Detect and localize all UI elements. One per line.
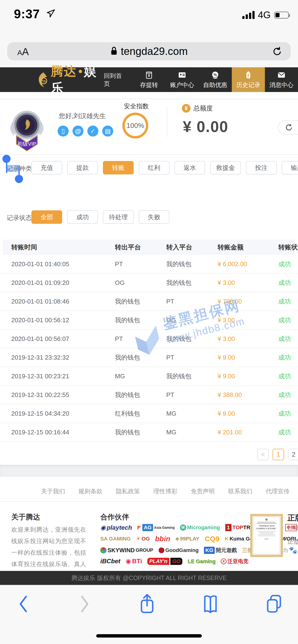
mail-icon bbox=[277, 70, 286, 80]
svg-text:%: % bbox=[214, 73, 217, 77]
back-button[interactable] bbox=[15, 592, 32, 616]
nav-item-messages[interactable]: 消息中心 bbox=[265, 67, 298, 92]
share-button[interactable] bbox=[138, 592, 157, 616]
bookmarks-button[interactable] bbox=[201, 592, 220, 616]
partner-asiagaming-logo: ◤AGAsia Gaming bbox=[137, 524, 175, 531]
tabs-button[interactable] bbox=[264, 592, 283, 616]
check-verified-icon[interactable]: ✓ bbox=[87, 126, 98, 136]
table-row: 2020-01-01 01:08:46我的钱包PT¥ 700.00成功 bbox=[0, 292, 298, 311]
table-header-row: 转账时间 转出平台 转入平台 转账金额 转账状态 bbox=[3, 240, 295, 255]
nav-label: 消息中心 bbox=[269, 81, 293, 89]
filter-type-deposit[interactable]: 充值 bbox=[32, 161, 62, 174]
pagination-page-2[interactable]: 2 bbox=[288, 449, 298, 460]
col-header-from: 转出平台 bbox=[115, 243, 166, 252]
home-link[interactable]: 回到首页 bbox=[104, 72, 123, 88]
col-header-time: 转账时间 bbox=[11, 243, 115, 252]
table-row: 2019-12-31 00:22:55我的钱包PT¥ 388.00成功 bbox=[0, 386, 298, 404]
pagination-prev-button[interactable]: < bbox=[257, 449, 269, 460]
col-header-to: 转入平台 bbox=[166, 243, 218, 252]
network-type: 4G bbox=[258, 10, 271, 20]
site-logo[interactable]: TD 腾达娱乐 回到首页 bbox=[36, 63, 123, 96]
table-row: 2020-01-01 01:40:05PT我的钱包¥ 6,002.00成功 bbox=[0, 255, 298, 274]
footer-link-privacy[interactable]: 隐私政策 bbox=[116, 487, 140, 495]
partner-legaming-logo: LE Gaming bbox=[188, 558, 215, 564]
yuan-badge-icon: ¥ bbox=[182, 104, 191, 112]
gaming-license-certificate: "INTERACTIVEGAMING LICENSE" S.W. bbox=[250, 514, 283, 557]
pagination-page-1[interactable]: 1 bbox=[272, 449, 284, 460]
footer-link-contact[interactable]: 联系我们 bbox=[228, 487, 252, 495]
phone-verified-icon[interactable]: ▯ bbox=[58, 126, 69, 136]
forward-button[interactable] bbox=[76, 592, 93, 616]
filter-type-rescue[interactable]: 救援金 bbox=[210, 161, 241, 174]
table-row: 2020-01-01 00:56:07PT我的钱包¥ 3.00成功 bbox=[0, 330, 298, 348]
copyright-bar: 腾达娱乐 版权所有 @COPYRIGHT ALL RIGHT RESERVE bbox=[0, 571, 298, 585]
nav-label: 自助优惠 bbox=[203, 81, 227, 89]
footer-link-responsible[interactable]: 理性博彩 bbox=[153, 487, 177, 495]
home-indicator[interactable] bbox=[96, 634, 202, 638]
filter-type-bet[interactable]: 投注 bbox=[246, 161, 277, 174]
partners-title: 合作伙伴 bbox=[100, 512, 129, 522]
bankcard-verified-icon[interactable]: ▤ bbox=[102, 126, 113, 136]
brand-name-left: 腾达 bbox=[51, 64, 77, 78]
footer-link-agent[interactable]: 代理宣传 bbox=[266, 487, 289, 495]
nav-item-history[interactable]: 历史记录 bbox=[232, 67, 265, 92]
filter-type-transfer[interactable]: 转账 bbox=[103, 161, 134, 174]
filter-type-withdraw[interactable]: 提款 bbox=[67, 161, 98, 174]
col-header-amount: 转账金额 bbox=[218, 243, 278, 252]
nav-item-deposit-transfer[interactable]: ¥ 存提转 bbox=[132, 67, 166, 92]
user-panel: 初级VIP 您好,刘汉雄先生 ▯ @ ✓ ▤ 安全指数 100% ¥ 总额度 ¥… bbox=[0, 92, 298, 155]
table-row: 2019-12-15 00:16:44我的钱包MG¥ 201.00成功 bbox=[0, 423, 298, 442]
clock: 9:37 bbox=[14, 7, 40, 21]
location-arrow-icon bbox=[46, 8, 56, 19]
greeting-text: 您好,刘汉雄先生 bbox=[59, 112, 106, 120]
nav-item-promotions[interactable]: % 自助优惠 bbox=[199, 67, 232, 92]
nav-label: 存提转 bbox=[140, 81, 158, 89]
refresh-balance-button[interactable] bbox=[278, 120, 298, 135]
about-title: 关于腾达 bbox=[11, 512, 40, 522]
nav-item-account-center[interactable]: 账户中心 bbox=[166, 67, 199, 92]
email-verified-icon[interactable]: @ bbox=[72, 126, 83, 136]
svg-text:TD: TD bbox=[42, 80, 46, 83]
partner-goodgaming-logo: GoodGaming bbox=[159, 547, 199, 554]
partner-sagaming-logo: SA GAMING bbox=[100, 536, 130, 542]
text-selection-handle-end[interactable] bbox=[15, 175, 23, 183]
table-row: 2020-01-01 01:09:20OG我的钱包¥ 3.00成功 bbox=[0, 274, 298, 292]
table-row: 2019-12-31 00:23:21MG我的钱包¥ 9.00成功 bbox=[0, 367, 298, 386]
pagination: < 1 2 bbox=[0, 442, 298, 466]
filter-type-rebate[interactable]: 返水 bbox=[175, 161, 205, 174]
security-index-ring: 100% bbox=[122, 112, 148, 138]
status-bar: 9:37 4G bbox=[0, 0, 298, 31]
col-header-status: 转账状态 bbox=[278, 243, 298, 252]
partner-playngo-logo: PLAY'nGO bbox=[147, 558, 182, 565]
url-text: tengda29.com bbox=[121, 45, 188, 57]
address-bar[interactable]: AA tengda29.com bbox=[7, 42, 291, 60]
filter-type-bonus[interactable]: 红利 bbox=[139, 161, 169, 174]
account-card-icon bbox=[178, 70, 187, 80]
nav-label: 账户中心 bbox=[170, 81, 194, 89]
signal-strength-icon bbox=[242, 11, 255, 19]
partner-microgaming-logo: MMicrogaming bbox=[180, 524, 220, 531]
about-body: 欢迎来到腾达，亚洲领先在线娱乐投注网站为您呈现不一样的在线投注体验，包括体育投注… bbox=[11, 524, 86, 571]
deposit-icon: ¥ bbox=[144, 70, 154, 80]
svg-text:¥: ¥ bbox=[148, 74, 150, 78]
svg-text:初级VIP: 初级VIP bbox=[17, 141, 36, 147]
site-navbar: TD 腾达娱乐 回到首页 ¥ 存提转 账户中心 % 自助优惠 历史记录 bbox=[0, 67, 298, 92]
table-row: 2020-01-01 00:56:12我的钱包OG¥ 3.00成功 bbox=[0, 311, 298, 330]
reload-button[interactable] bbox=[272, 46, 283, 58]
license-side-title: 正版 bbox=[287, 513, 298, 523]
partner-99play-logo: ♣99PLAY bbox=[176, 536, 200, 542]
table-row: 2019-12-31 23:32:32我的钱包PT¥ 9.00成功 bbox=[0, 348, 298, 367]
transfer-table: 转账时间 转出平台 转入平台 转账金额 转账状态 2020-01-01 01:4… bbox=[0, 240, 298, 466]
partner-cq9-logo: CQ9 bbox=[205, 535, 220, 543]
text-selection-handle-start[interactable] bbox=[3, 155, 11, 163]
footer-link-rules[interactable]: 规则条款 bbox=[78, 487, 102, 495]
history-record-icon bbox=[244, 70, 253, 80]
license-side-line1: LINENG bbox=[287, 524, 298, 531]
partner-bbin-logo: bbin bbox=[155, 535, 170, 543]
copyright-text: 腾达娱乐 版权所有 @COPYRIGHT ALL RIGHT RESERVE bbox=[72, 574, 227, 582]
footer-link-disclaimer[interactable]: 免责声明 bbox=[191, 487, 215, 495]
promo-percent-icon: % bbox=[211, 70, 220, 80]
filter-type-winloss[interactable]: 输赢 bbox=[282, 161, 298, 174]
footer-link-about[interactable]: 关于我们 bbox=[41, 487, 65, 495]
partner-fanya-esports-logo: X泛亚电竞 bbox=[221, 558, 249, 565]
